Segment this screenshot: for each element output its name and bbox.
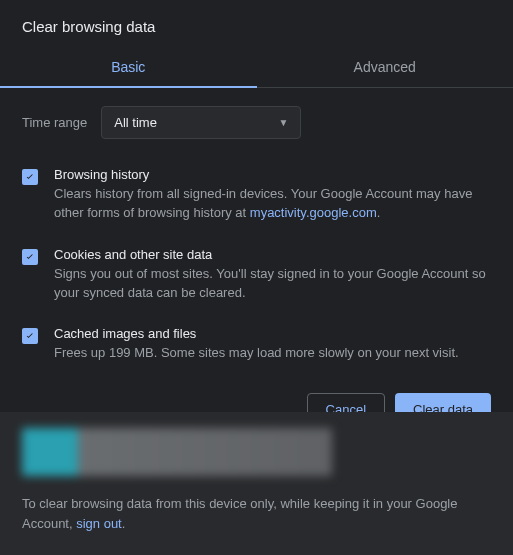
tabs: Basic Advanced [0,49,513,88]
checkmark-icon [24,330,36,342]
dialog-title: Clear browsing data [0,0,513,49]
tab-advanced[interactable]: Advanced [257,49,514,87]
option-title: Browsing history [54,167,491,182]
timerange-select[interactable]: All time ▼ [101,106,301,139]
timerange-label: Time range [22,115,87,130]
option-text: Cookies and other site data Signs you ou… [54,247,491,303]
option-desc: Clears history from all signed-in device… [54,185,491,223]
option-text: Browsing history Clears history from all… [54,167,491,223]
desc-text: . [377,205,381,220]
footer-text-part: . [122,516,126,531]
tab-basic[interactable]: Basic [0,49,257,87]
checkbox-cookies[interactable] [22,249,38,265]
option-cookies: Cookies and other site data Signs you ou… [22,235,491,315]
options-list: Browsing history Clears history from all… [0,147,513,375]
footer-text: To clear browsing data from this device … [22,494,491,533]
chevron-down-icon: ▼ [278,117,288,128]
checkmark-icon [24,251,36,263]
account-info-redacted [22,428,332,476]
checkbox-browsing-history[interactable] [22,169,38,185]
timerange-row: Time range All time ▼ [0,88,513,147]
dialog-footer: To clear browsing data from this device … [0,412,513,555]
myactivity-link[interactable]: myactivity.google.com [250,205,377,220]
option-title: Cached images and files [54,326,491,341]
clear-browsing-data-dialog: Clear browsing data Basic Advanced Time … [0,0,513,555]
option-browsing-history: Browsing history Clears history from all… [22,155,491,235]
timerange-value: All time [114,115,157,130]
sign-out-link[interactable]: sign out [76,516,122,531]
option-desc: Frees up 199 MB. Some sites may load mor… [54,344,491,363]
checkmark-icon [24,171,36,183]
option-cache: Cached images and files Frees up 199 MB.… [22,314,491,375]
option-text: Cached images and files Frees up 199 MB.… [54,326,491,363]
option-desc: Signs you out of most sites. You'll stay… [54,265,491,303]
option-title: Cookies and other site data [54,247,491,262]
checkbox-cache[interactable] [22,328,38,344]
